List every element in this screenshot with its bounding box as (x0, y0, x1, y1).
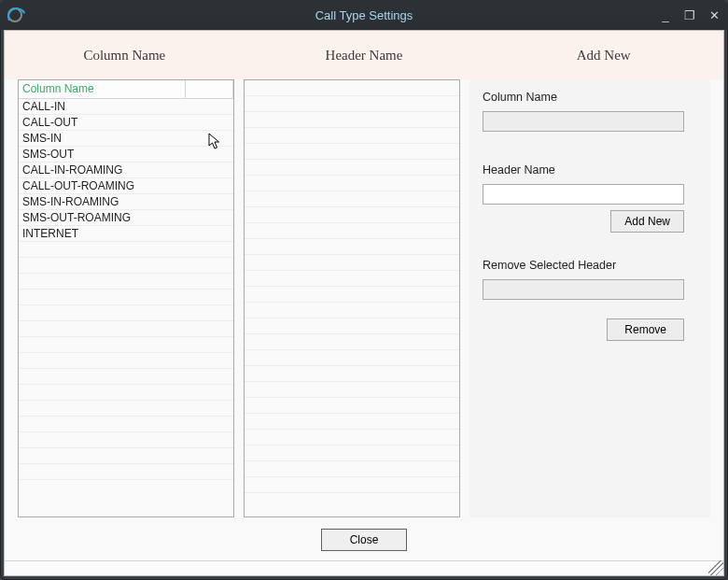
table-row[interactable]: CALL-IN (19, 99, 233, 115)
table-row-empty (19, 369, 233, 385)
add-new-panel: Column Name Header Name Add New Remove S… (469, 79, 710, 517)
table-row[interactable]: CALL-IN-ROAMING (19, 163, 233, 178)
close-button[interactable]: Close (321, 529, 407, 551)
table-row[interactable]: CALL-OUT-ROAMING (19, 178, 233, 194)
header-name-label: Header Name (483, 163, 697, 177)
table-row-empty (19, 274, 233, 290)
resize-grip-icon[interactable] (708, 560, 723, 575)
table-row-empty (19, 417, 233, 432)
table-row-empty (245, 318, 459, 334)
table-row-empty (19, 385, 233, 401)
section-headers: Column Name Header Name Add New (5, 31, 723, 79)
table-row-empty (245, 191, 459, 207)
add-new-button[interactable]: Add New (610, 210, 684, 233)
window-frame: Call Type Settings _ ❐ ✕ Column Name Hea… (0, 0, 728, 580)
grid-column-header-spacer (186, 80, 233, 99)
column-name-group: Column Name (483, 91, 697, 132)
table-row-empty (245, 334, 459, 350)
table-row-empty (245, 461, 459, 477)
table-row-empty (19, 321, 233, 337)
table-row-empty (245, 80, 459, 96)
table-row-empty (245, 223, 459, 239)
table-row-empty (19, 290, 233, 305)
table-row-empty (19, 305, 233, 321)
table-row-empty (245, 239, 459, 255)
table-row-empty (245, 271, 459, 287)
table-row-empty (245, 207, 459, 223)
title-bar: Call Type Settings _ ❐ ✕ (0, 0, 728, 30)
column-name-field (483, 111, 684, 132)
table-row-empty (245, 446, 459, 461)
table-row-empty (245, 160, 459, 176)
minimize-icon[interactable]: _ (659, 8, 672, 22)
table-row-empty (245, 382, 459, 398)
table-row-empty (19, 464, 233, 480)
window-title: Call Type Settings (0, 8, 728, 22)
status-bar (5, 560, 723, 575)
table-row[interactable]: CALL-OUT (19, 115, 233, 131)
table-row-empty (245, 430, 459, 446)
header-name-group: Header Name Add New (483, 163, 697, 233)
table-row-empty (19, 401, 233, 417)
table-row-empty (245, 96, 459, 112)
section-header-header-name: Header Name (245, 31, 484, 79)
grid-header: Column Name (19, 80, 233, 99)
close-icon[interactable]: ✕ (707, 8, 721, 22)
remove-group: Remove Selected Header Remove (483, 259, 697, 341)
section-header-column-name: Column Name (5, 31, 245, 79)
table-row-empty (19, 337, 233, 353)
table-row-empty (19, 242, 233, 258)
column-name-label: Column Name (483, 91, 697, 104)
table-row-empty (245, 176, 459, 191)
column-name-grid[interactable]: Column Name CALL-INCALL-OUTSMS-INSMS-OUT… (18, 79, 234, 517)
grid-rows (245, 80, 459, 498)
table-row-empty (245, 128, 459, 144)
client-area: Column Name Header Name Add New Column N… (4, 30, 724, 576)
table-row[interactable]: SMS-IN-ROAMING (19, 194, 233, 210)
table-row-empty (245, 144, 459, 160)
header-name-input[interactable] (483, 184, 684, 205)
table-row-empty (245, 477, 459, 493)
table-row[interactable]: SMS-IN (19, 131, 233, 147)
remove-button[interactable]: Remove (607, 318, 684, 341)
main-row: Column Name CALL-INCALL-OUTSMS-INSMS-OUT… (5, 79, 723, 525)
table-row-empty (19, 353, 233, 369)
bottom-bar: Close (5, 525, 723, 560)
table-row-empty (19, 258, 233, 274)
table-row-empty (245, 255, 459, 271)
table-row[interactable]: INTERNET (19, 226, 233, 242)
remove-selected-label: Remove Selected Header (483, 259, 697, 272)
table-row-empty (245, 414, 459, 430)
grid-rows: CALL-INCALL-OUTSMS-INSMS-OUTCALL-IN-ROAM… (19, 99, 233, 516)
remove-selected-field (483, 279, 684, 300)
table-row-empty (19, 448, 233, 464)
table-row-empty (245, 112, 459, 128)
maximize-icon[interactable]: ❐ (683, 8, 696, 22)
section-header-add-new: Add New (483, 31, 723, 79)
table-row-empty (245, 350, 459, 366)
window-controls: _ ❐ ✕ (659, 8, 721, 22)
table-row-empty (245, 287, 459, 303)
header-name-grid[interactable] (244, 79, 460, 517)
table-row[interactable]: SMS-OUT (19, 147, 233, 163)
table-row-empty (245, 366, 459, 382)
table-row-empty (19, 432, 233, 448)
grid-column-header[interactable]: Column Name (19, 80, 186, 99)
table-row-empty (245, 398, 459, 414)
table-row-empty (245, 303, 459, 318)
table-row[interactable]: SMS-OUT-ROAMING (19, 210, 233, 226)
